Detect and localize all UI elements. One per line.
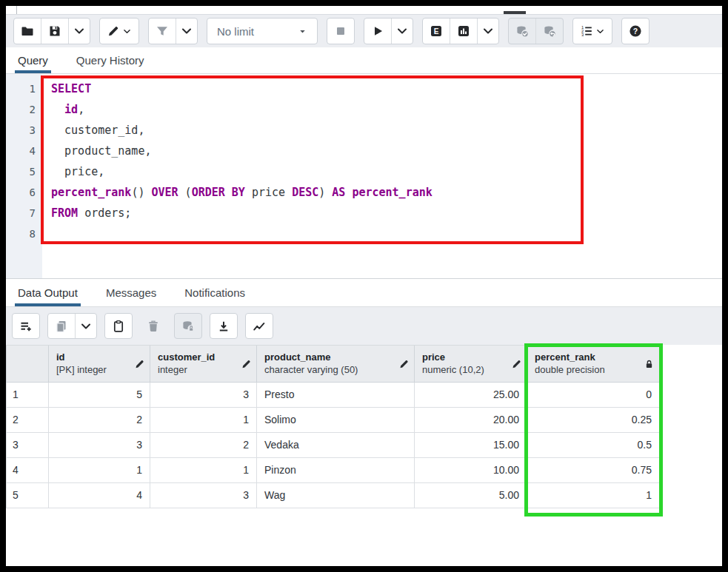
filter-options-button[interactable]	[176, 18, 197, 44]
sql-text: )	[318, 186, 332, 199]
tab-query-history[interactable]: Query History	[73, 47, 147, 73]
sql-keyword: id	[64, 103, 78, 116]
edit-menu-button[interactable]	[100, 18, 138, 44]
download-button[interactable]	[210, 314, 237, 338]
toolbar-group	[245, 313, 273, 339]
toolbar-group	[327, 18, 355, 44]
cell-product_name[interactable]: Presto	[257, 383, 415, 408]
sql-text: orders;	[78, 206, 131, 220]
editor-code[interactable]: SELECT id, customer_id, product_name, pr…	[42, 74, 722, 278]
save-options-button[interactable]	[68, 18, 90, 44]
column-type: [PK] integer	[56, 363, 132, 376]
save-button[interactable]	[41, 18, 68, 44]
sql-text: price,	[51, 165, 104, 178]
row-limit-select[interactable]: No limit	[207, 18, 317, 44]
cell-id[interactable]: 4	[49, 483, 150, 508]
cell-price[interactable]: 10.00	[415, 458, 527, 483]
cell-customer_id[interactable]: 1	[150, 408, 257, 433]
cell-id[interactable]: 3	[49, 433, 150, 458]
cell-product_name[interactable]: Pinzon	[257, 458, 415, 483]
pencil-icon	[398, 358, 410, 369]
execute-options-button[interactable]	[391, 18, 413, 44]
tab-notifications[interactable]: Notifications	[181, 279, 248, 306]
tab-query[interactable]: Query	[15, 47, 51, 73]
sql-editor[interactable]: 12345678 SELECT id, customer_id, product…	[6, 74, 722, 278]
column-header-percent_rank[interactable]: percent_rankdouble precision	[527, 346, 660, 383]
explain-button[interactable]: E	[423, 18, 450, 44]
row-number-cell[interactable]: 5	[6, 483, 49, 508]
row-number-cell[interactable]: 2	[6, 408, 49, 433]
chevron-down-icon	[122, 27, 132, 36]
cell-price[interactable]: 25.00	[415, 383, 527, 408]
toolbar-group	[364, 18, 413, 44]
explain-options-button[interactable]	[477, 18, 498, 44]
add-row-button[interactable]	[13, 314, 39, 338]
pencil-icon	[107, 24, 120, 38]
save-icon	[48, 24, 61, 38]
line-number: 6	[6, 182, 42, 203]
cell-percent_rank[interactable]: 0.5	[527, 433, 660, 458]
cell-customer_id[interactable]: 1	[150, 458, 257, 483]
cell-id[interactable]: 2	[49, 408, 150, 433]
graph-visualiser-button[interactable]	[246, 314, 273, 338]
tab-data-output[interactable]: Data Output	[15, 279, 81, 306]
macros-button[interactable]: 123	[573, 18, 612, 44]
row-limit-select-value: No limit	[217, 25, 254, 38]
open-file-button[interactable]	[14, 18, 41, 44]
strip-artifact-dark	[504, 11, 526, 14]
cell-price[interactable]: 20.00	[415, 408, 527, 433]
code-line[interactable]: price,	[51, 161, 722, 182]
code-line[interactable]: customer_id,	[51, 120, 722, 141]
code-line[interactable]: percent_rank() OVER (ORDER BY price DESC…	[51, 182, 722, 203]
column-header-price[interactable]: pricenumeric (10,2)	[415, 346, 527, 383]
filter-button[interactable]	[149, 18, 176, 44]
cell-percent_rank[interactable]: 0.75	[527, 458, 660, 483]
code-line[interactable]	[51, 223, 722, 244]
code-line[interactable]: id,	[51, 99, 722, 120]
cell-price[interactable]: 5.00	[415, 483, 527, 508]
cell-id[interactable]: 1	[49, 458, 150, 483]
cell-customer_id[interactable]: 2	[150, 433, 257, 458]
ordered-list-icon: 123	[580, 24, 593, 38]
rollback-button[interactable]	[535, 18, 563, 44]
toolbar-group	[174, 313, 202, 339]
commit-button[interactable]	[509, 18, 535, 44]
cell-price[interactable]: 15.00	[415, 433, 527, 458]
column-type: numeric (10,2)	[422, 363, 509, 376]
code-line[interactable]: FROM orders;	[51, 203, 722, 223]
cell-percent_rank[interactable]: 0	[527, 383, 660, 408]
save-data-changes-button[interactable]	[175, 314, 201, 338]
help-button[interactable]: ?	[622, 18, 649, 44]
copy-button[interactable]	[48, 314, 75, 338]
cell-percent_rank[interactable]: 1	[527, 483, 660, 508]
stop-button[interactable]	[327, 18, 354, 44]
code-line[interactable]: SELECT	[51, 78, 722, 99]
line-number: 7	[6, 203, 42, 223]
column-header-customer_id[interactable]: customer_idinteger	[150, 346, 257, 383]
grid-corner-cell[interactable]	[6, 346, 49, 383]
explain-analyze-button[interactable]	[450, 18, 477, 44]
row-number-cell[interactable]: 3	[6, 433, 49, 458]
column-header-product_name[interactable]: product_namecharacter varying (50)	[257, 346, 415, 383]
cell-product_name[interactable]: Solimo	[257, 408, 415, 433]
lock-icon	[644, 358, 655, 369]
cell-product_name[interactable]: Vedaka	[257, 433, 415, 458]
cell-id[interactable]: 5	[49, 383, 150, 408]
cell-product_name[interactable]: Wag	[257, 483, 415, 508]
delete-row-button[interactable]	[140, 313, 167, 339]
row-number-cell[interactable]: 1	[6, 383, 49, 408]
cell-percent_rank[interactable]: 0.25	[527, 408, 660, 433]
execute-button[interactable]	[364, 18, 391, 44]
toolbar-group: 123	[572, 18, 612, 44]
cell-customer_id[interactable]: 3	[150, 383, 257, 408]
column-header-id[interactable]: id[PK] integer	[49, 346, 150, 383]
play-icon	[371, 24, 384, 38]
tab-messages[interactable]: Messages	[103, 279, 159, 306]
cell-customer_id[interactable]: 3	[150, 483, 257, 508]
code-line[interactable]: product_name,	[51, 141, 722, 161]
copy-options-button[interactable]	[75, 314, 96, 338]
row-number-cell[interactable]: 4	[6, 458, 49, 483]
data-grid: id[PK] integercustomer_idintegerproduct_…	[6, 345, 660, 508]
line-number: 4	[6, 141, 42, 161]
paste-button[interactable]	[105, 314, 132, 338]
